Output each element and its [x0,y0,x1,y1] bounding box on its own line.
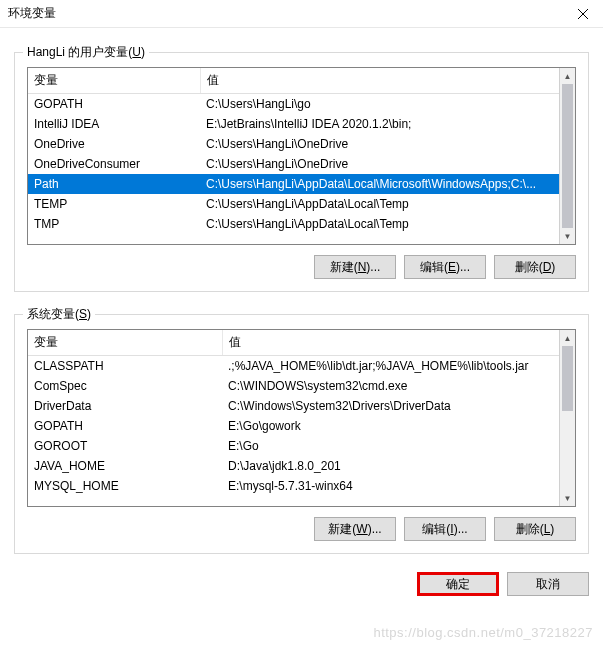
titlebar: 环境变量 [0,0,603,28]
scroll-down-icon[interactable]: ▼ [560,490,575,506]
cell-value: E:\mysql-5.7.31-winx64 [222,476,575,496]
window-title: 环境变量 [8,5,56,22]
table-row[interactable]: MYSQL_HOMEE:\mysql-5.7.31-winx64 [28,476,575,496]
cell-value: D:\Java\jdk1.8.0_201 [222,456,575,476]
sys-vars-legend: 系统变量(S) [23,306,95,323]
table-row[interactable]: OneDriveC:\Users\HangLi\OneDrive [28,134,575,154]
cell-variable: OneDrive [28,134,200,154]
table-row[interactable]: IntelliJ IDEAE:\JetBrains\IntelliJ IDEA … [28,114,575,134]
table-row[interactable]: GOPATHC:\Users\HangLi\go [28,94,575,115]
scrollbar[interactable]: ▲ ▼ [559,68,575,244]
cell-variable: CLASSPATH [28,356,222,377]
table-row[interactable]: GOPATHE:\Go\gowork [28,416,575,436]
dialog-buttons: 确定 取消 [0,562,603,608]
col-value[interactable]: 值 [200,68,575,94]
table-row[interactable]: PathC:\Users\HangLi\AppData\Local\Micros… [28,174,575,194]
cell-variable: JAVA_HOME [28,456,222,476]
user-vars-table[interactable]: 变量 值 GOPATHC:\Users\HangLi\goIntelliJ ID… [28,68,575,234]
cell-variable: GOPATH [28,416,222,436]
cell-value: C:\Users\HangLi\AppData\Local\Temp [200,194,575,214]
close-icon [578,9,588,19]
table-row[interactable]: ComSpecC:\WINDOWS\system32\cmd.exe [28,376,575,396]
cell-value: E:\Go\gowork [222,416,575,436]
cell-variable: GOPATH [28,94,200,115]
cell-value: E:\Go [222,436,575,456]
scroll-thumb[interactable] [562,346,573,411]
cell-variable: Path [28,174,200,194]
cell-value: .;%JAVA_HOME%\lib\dt.jar;%JAVA_HOME%\lib… [222,356,575,377]
cell-value: C:\Users\HangLi\go [200,94,575,115]
sys-vars-table[interactable]: 变量 值 CLASSPATH.;%JAVA_HOME%\lib\dt.jar;%… [28,330,575,496]
cell-value: E:\JetBrains\IntelliJ IDEA 2020.1.2\bin; [200,114,575,134]
user-vars-table-wrap: 变量 值 GOPATHC:\Users\HangLi\goIntelliJ ID… [27,67,576,245]
user-edit-button[interactable]: 编辑(E)... [404,255,486,279]
table-row[interactable]: CLASSPATH.;%JAVA_HOME%\lib\dt.jar;%JAVA_… [28,356,575,377]
cell-value: C:\Windows\System32\Drivers\DriverData [222,396,575,416]
scroll-up-icon[interactable]: ▲ [560,330,575,346]
cancel-button[interactable]: 取消 [507,572,589,596]
sys-new-button[interactable]: 新建(W)... [314,517,396,541]
cell-value: C:\Users\HangLi\OneDrive [200,154,575,174]
col-value[interactable]: 值 [222,330,575,356]
table-row[interactable]: JAVA_HOMED:\Java\jdk1.8.0_201 [28,456,575,476]
table-row[interactable]: GOROOTE:\Go [28,436,575,456]
ok-button[interactable]: 确定 [417,572,499,596]
scroll-down-icon[interactable]: ▼ [560,228,575,244]
scrollbar[interactable]: ▲ ▼ [559,330,575,506]
scroll-thumb[interactable] [562,84,573,228]
cell-variable: IntelliJ IDEA [28,114,200,134]
table-row[interactable]: DriverDataC:\Windows\System32\Drivers\Dr… [28,396,575,416]
table-row[interactable]: TMPC:\Users\HangLi\AppData\Local\Temp [28,214,575,234]
cell-variable: MYSQL_HOME [28,476,222,496]
close-button[interactable] [563,0,603,28]
table-row[interactable]: TEMPC:\Users\HangLi\AppData\Local\Temp [28,194,575,214]
cell-variable: GOROOT [28,436,222,456]
cell-value: C:\Users\HangLi\AppData\Local\Temp [200,214,575,234]
watermark: https://blog.csdn.net/m0_37218227 [373,625,593,640]
col-variable[interactable]: 变量 [28,68,200,94]
user-new-button[interactable]: 新建(N)... [314,255,396,279]
cell-value: C:\Users\HangLi\AppData\Local\Microsoft\… [200,174,575,194]
sys-vars-buttons: 新建(W)... 编辑(I)... 删除(L) [27,517,576,541]
scroll-up-icon[interactable]: ▲ [560,68,575,84]
cell-variable: TEMP [28,194,200,214]
table-row[interactable]: OneDriveConsumerC:\Users\HangLi\OneDrive [28,154,575,174]
scroll-track[interactable] [560,346,575,490]
cell-variable: TMP [28,214,200,234]
sys-delete-button[interactable]: 删除(L) [494,517,576,541]
cell-value: C:\Users\HangLi\OneDrive [200,134,575,154]
user-vars-buttons: 新建(N)... 编辑(E)... 删除(D) [27,255,576,279]
user-vars-group: HangLi 的用户变量(U) 变量 值 GOPATHC:\Users\Hang… [14,52,589,292]
cell-variable: OneDriveConsumer [28,154,200,174]
table-header-row: 变量 值 [28,68,575,94]
user-vars-legend: HangLi 的用户变量(U) [23,44,149,61]
scroll-track[interactable] [560,84,575,228]
table-header-row: 变量 值 [28,330,575,356]
sys-vars-group: 系统变量(S) 变量 值 CLASSPATH.;%JAVA_HOME%\lib\… [14,314,589,554]
user-delete-button[interactable]: 删除(D) [494,255,576,279]
cell-variable: DriverData [28,396,222,416]
sys-vars-table-wrap: 变量 值 CLASSPATH.;%JAVA_HOME%\lib\dt.jar;%… [27,329,576,507]
col-variable[interactable]: 变量 [28,330,222,356]
cell-variable: ComSpec [28,376,222,396]
cell-value: C:\WINDOWS\system32\cmd.exe [222,376,575,396]
sys-edit-button[interactable]: 编辑(I)... [404,517,486,541]
